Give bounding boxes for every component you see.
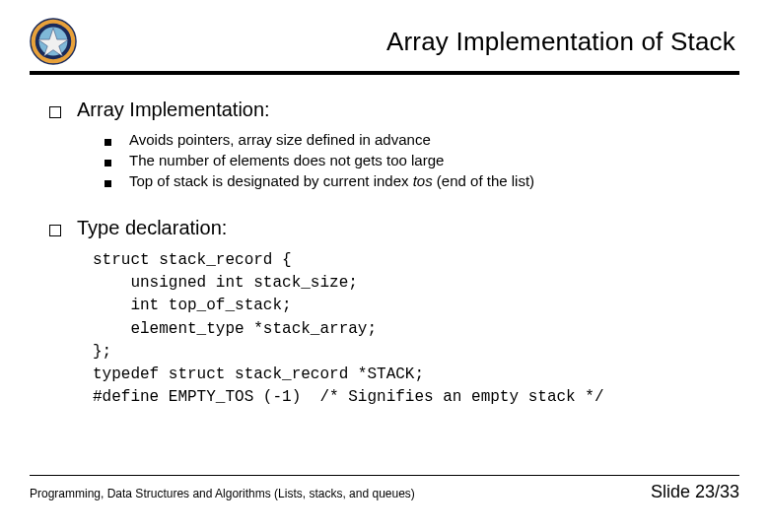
square-bullet-icon (49, 225, 61, 236)
list-item: The number of elements does not gets too… (105, 152, 730, 168)
small-square-bullet-icon (105, 139, 111, 146)
code-block: struct stack_record { unsigned int stack… (93, 249, 730, 409)
slide-content: Array Implementation: Avoids pointers, a… (30, 75, 739, 409)
slide-number: Slide 23/33 (651, 482, 739, 502)
small-square-bullet-icon (105, 180, 111, 187)
slide-footer: Programming, Data Structures and Algorit… (30, 475, 739, 502)
section-heading: Array Implementation: (49, 99, 730, 121)
bullet-text: Avoids pointers, array size defined in a… (129, 131, 431, 148)
bullet-text: The number of elements does not gets too… (129, 152, 444, 168)
slide-header: Array Implementation of Stack (30, 18, 739, 75)
bullet-list: Avoids pointers, array size defined in a… (105, 131, 730, 189)
list-item: Top of stack is designated by current in… (105, 172, 730, 189)
list-item: Avoids pointers, array size defined in a… (105, 131, 730, 148)
section-heading: Type declaration: (49, 217, 730, 239)
slide-title: Array Implementation of Stack (87, 27, 739, 57)
heading-text: Array Implementation: (77, 99, 270, 121)
small-square-bullet-icon (105, 160, 111, 166)
footer-course-title: Programming, Data Structures and Algorit… (30, 487, 415, 500)
slide: Array Implementation of Stack Array Impl… (0, 0, 769, 532)
square-bullet-icon (49, 106, 61, 118)
heading-text: Type declaration: (77, 217, 227, 239)
logo-seal-icon (30, 18, 77, 65)
bullet-text: Top of stack is designated by current in… (129, 172, 534, 189)
